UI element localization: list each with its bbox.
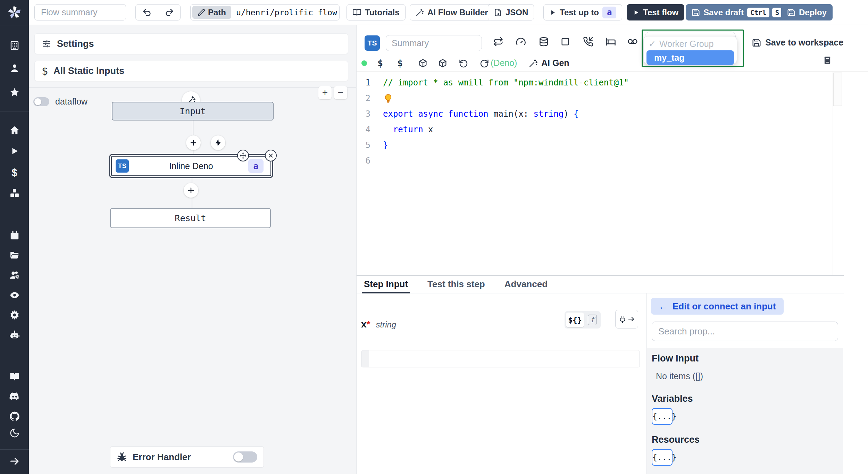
suspend-phone-icon[interactable] bbox=[583, 36, 593, 47]
field-x-input[interactable] bbox=[369, 350, 640, 367]
code-line[interactable]: 5} bbox=[357, 138, 868, 153]
code-line[interactable]: 1// import * as wmill from "npm:windmill… bbox=[357, 75, 868, 91]
delete-node-button[interactable] bbox=[265, 150, 277, 161]
mock-voicemail-icon[interactable] bbox=[627, 36, 638, 47]
users-settings-icon[interactable] bbox=[9, 269, 20, 281]
save-draft-button[interactable]: Save draft Ctrl S bbox=[686, 4, 788, 20]
move-node-handle[interactable] bbox=[237, 150, 249, 161]
worker-group-placeholder-option[interactable]: ✓ Worker Group bbox=[644, 38, 737, 50]
editor-scrollbar-thumb[interactable] bbox=[833, 73, 842, 106]
package-icon[interactable] bbox=[438, 58, 448, 68]
json-button[interactable]: JSON bbox=[488, 4, 534, 20]
zoom-in-button[interactable]: + bbox=[318, 86, 332, 99]
panel-divider bbox=[29, 88, 356, 88]
cache-database-icon[interactable] bbox=[539, 36, 549, 47]
edit-path-button[interactable]: Path bbox=[192, 6, 231, 19]
dollar-icon[interactable]: $ bbox=[9, 167, 20, 178]
moon-icon[interactable] bbox=[9, 427, 20, 439]
settings-label: Settings bbox=[57, 39, 94, 49]
tab-test-this-step[interactable]: Test this step bbox=[427, 276, 485, 293]
field-x-input-wrap bbox=[361, 350, 640, 367]
dataflow-toggle[interactable] bbox=[33, 97, 49, 106]
field-name: x bbox=[361, 319, 367, 330]
result-node[interactable]: Result bbox=[110, 208, 271, 228]
concurrency-square-icon[interactable] bbox=[560, 37, 570, 47]
book-icon bbox=[352, 8, 361, 17]
zoom-out-button[interactable]: − bbox=[334, 86, 347, 99]
undo-button[interactable] bbox=[136, 5, 158, 20]
arrow-right-icon[interactable] bbox=[9, 456, 20, 467]
save-draft-label: Save draft bbox=[703, 8, 744, 17]
flow-graph-panel: Settings $ All Static Inputs dataflow + … bbox=[29, 25, 357, 474]
code-line[interactable]: 3export async function main(x: string) { bbox=[357, 106, 868, 122]
sleep-bed-icon[interactable] bbox=[606, 36, 616, 47]
function-mode-button[interactable]: f bbox=[585, 315, 599, 325]
zap-button[interactable] bbox=[211, 135, 225, 150]
test-flow-button[interactable]: Test flow bbox=[627, 4, 684, 20]
error-handler-row[interactable]: Error Handler bbox=[110, 446, 264, 468]
discord-icon[interactable] bbox=[9, 391, 20, 402]
user-icon[interactable] bbox=[9, 63, 20, 74]
save-to-workspace-button[interactable]: Save to workspace bbox=[752, 38, 843, 48]
required-asterisk: * bbox=[367, 319, 370, 330]
tab-step-input[interactable]: Step Input bbox=[364, 276, 408, 293]
input-mode-toggle: ${} f bbox=[565, 311, 601, 329]
play-icon[interactable] bbox=[9, 145, 20, 157]
reload-rotate-cw-icon[interactable] bbox=[479, 58, 489, 68]
variables-chip[interactable]: {...} bbox=[652, 408, 673, 425]
dollar-icon: $ bbox=[42, 65, 48, 77]
resources-chip[interactable]: {...} bbox=[652, 449, 673, 466]
worker-group-option-selected[interactable]: my_tag bbox=[646, 50, 734, 65]
github-icon[interactable] bbox=[9, 411, 20, 422]
building-icon[interactable] bbox=[9, 40, 20, 51]
add-step-button[interactable] bbox=[184, 183, 198, 198]
test-up-to-button[interactable]: Test up to a bbox=[543, 4, 622, 20]
code-line[interactable]: 4 return x bbox=[357, 122, 868, 138]
path-value-input[interactable] bbox=[231, 8, 343, 17]
ai-gen-button[interactable]: AI Gen bbox=[529, 58, 569, 68]
save-icon bbox=[787, 8, 795, 17]
redo-button[interactable] bbox=[158, 5, 180, 20]
resources-heading: Resources bbox=[652, 434, 700, 445]
tutorials-button[interactable]: Tutorials bbox=[347, 4, 406, 20]
windmill-logo[interactable] bbox=[7, 5, 23, 20]
code-editor[interactable]: 1// import * as wmill from "npm:windmill… bbox=[357, 71, 868, 275]
template-mode-button[interactable]: ${} bbox=[566, 313, 584, 327]
history-rotate-ccw-icon[interactable] bbox=[459, 58, 468, 68]
calendar-icon[interactable] bbox=[9, 230, 20, 241]
edit-or-connect-button[interactable]: ← Edit or connect an input bbox=[651, 298, 784, 315]
deploy-button[interactable]: Deploy bbox=[781, 4, 833, 20]
eye-icon[interactable] bbox=[9, 290, 20, 301]
retries-repeat-icon[interactable] bbox=[493, 36, 503, 47]
summary-input[interactable] bbox=[386, 35, 482, 51]
package-icon[interactable] bbox=[418, 58, 428, 68]
worker-group-menu: ✓ Worker Group my_tag bbox=[643, 36, 737, 64]
tab-advanced[interactable]: Advanced bbox=[504, 276, 548, 293]
settings-gear-icon[interactable] bbox=[9, 309, 20, 321]
path-label: Path bbox=[208, 8, 226, 17]
search-prop-input[interactable] bbox=[652, 322, 838, 341]
code-line[interactable]: 6 bbox=[357, 153, 868, 169]
star-icon[interactable] bbox=[9, 87, 20, 98]
dollar-icon[interactable]: $ bbox=[377, 58, 383, 68]
dataflow-label: dataflow bbox=[55, 97, 87, 107]
library-book-icon[interactable] bbox=[823, 56, 832, 65]
flow-summary-input[interactable] bbox=[34, 4, 126, 20]
flow-settings-row[interactable]: Settings bbox=[34, 33, 348, 54]
home-icon[interactable] bbox=[9, 125, 20, 136]
all-static-inputs-row[interactable]: $ All Static Inputs bbox=[34, 61, 348, 81]
add-step-button[interactable] bbox=[186, 135, 201, 150]
code-line[interactable]: 2 bbox=[357, 91, 868, 106]
bot-icon[interactable] bbox=[9, 330, 20, 341]
ts-lang-badge[interactable]: TS bbox=[365, 35, 380, 51]
error-handler-toggle[interactable] bbox=[233, 451, 257, 463]
connect-input-button[interactable] bbox=[615, 310, 638, 329]
runtime-label[interactable]: (Deno) bbox=[491, 58, 517, 68]
folder-open-icon[interactable] bbox=[9, 250, 20, 261]
book-open-icon[interactable] bbox=[9, 371, 20, 382]
dollar-icon[interactable]: $ bbox=[397, 58, 403, 68]
ai-flow-builder-button[interactable]: AI Flow Builder bbox=[410, 4, 494, 20]
input-node[interactable]: Input bbox=[112, 102, 274, 120]
boxes-icon[interactable] bbox=[9, 188, 20, 199]
gauge-icon[interactable] bbox=[516, 36, 526, 47]
